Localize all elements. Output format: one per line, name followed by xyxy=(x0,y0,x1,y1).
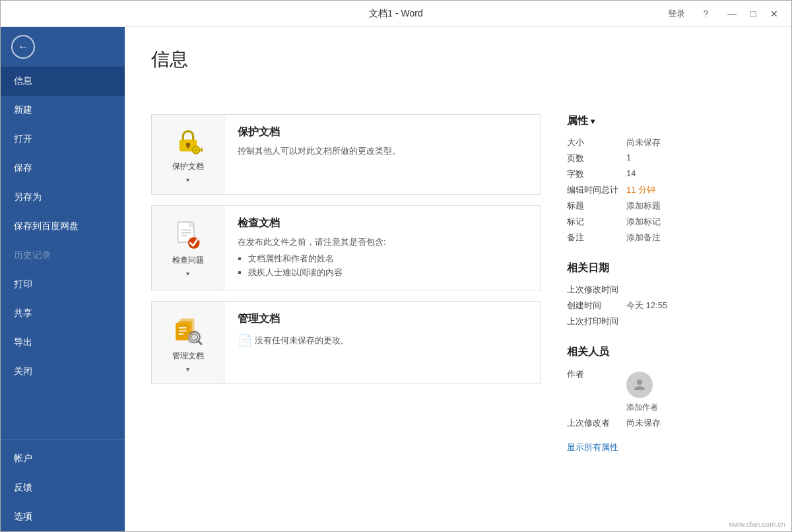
prop-label-pages: 页数 xyxy=(567,150,626,166)
sidebar-item-share[interactable]: 共享 xyxy=(1,299,125,328)
lock-icon xyxy=(172,125,204,157)
prop-label-notes: 备注 xyxy=(567,230,626,246)
sidebar-item-saveto[interactable]: 保存到百度网盘 xyxy=(1,212,125,241)
inspect-card-icon-area[interactable]: 检查问题 ▾ xyxy=(152,206,224,290)
inspect-card-title: 检查文档 xyxy=(238,216,527,230)
sidebar-item-options[interactable]: 选项 xyxy=(1,502,125,531)
properties-table: 大小 尚未保存 页数 1 字数 14 编辑时间总计 11 分钟 xyxy=(567,135,765,246)
sidebar-item-account[interactable]: 帐户 xyxy=(1,444,125,473)
svg-point-25 xyxy=(637,380,642,385)
sidebar-item-info[interactable]: 信息 xyxy=(1,67,125,96)
prop-value-notes[interactable]: 添加备注 xyxy=(626,230,765,246)
sidebar-item-feedback[interactable]: 反馈 xyxy=(1,473,125,502)
sidebar-item-open[interactable]: 打开 xyxy=(1,125,125,154)
protect-card-icon-area[interactable]: 保护文档 ▾ xyxy=(152,115,224,194)
manage-card-icon-area[interactable]: 管理文档 ▾ xyxy=(152,302,224,383)
people-row-lastmodifier: 上次修改者 尚未保存 xyxy=(567,415,765,431)
person-icon xyxy=(632,377,647,393)
protect-card: 保护文档 ▾ 保护文档 控制其他人可以对此文档所做的更改类型。 xyxy=(151,114,541,195)
author-label: 作者 xyxy=(567,366,626,415)
prop-value-words: 14 xyxy=(626,166,765,182)
titlebar: 文档1 - Word 登录 ? — □ ✕ xyxy=(1,1,791,27)
back-circle-icon: ← xyxy=(11,35,35,59)
inspect-item-1: 文档属性和作者的姓名 xyxy=(248,252,527,266)
close-button[interactable]: ✕ xyxy=(765,5,783,23)
sidebar-nav: 信息 新建 打开 保存 另存为 保存到百度网盘 历史记录 打印 共享 导出 关闭 xyxy=(1,67,125,436)
svg-rect-9 xyxy=(201,150,202,152)
people-section-title: 相关人员 xyxy=(567,345,765,359)
sidebar-item-new[interactable]: 新建 xyxy=(1,96,125,125)
protect-dropdown: ▾ xyxy=(186,176,189,183)
svg-point-6 xyxy=(194,149,197,151)
prop-value-tags[interactable]: 添加标记 xyxy=(626,214,765,230)
cards-column: 保护文档 ▾ 保护文档 控制其他人可以对此文档所做的更改类型。 xyxy=(151,114,541,453)
inspect-icon xyxy=(172,219,204,251)
minimize-button[interactable]: — xyxy=(723,5,741,23)
prop-label-words: 字数 xyxy=(567,166,626,182)
content-area: 信息 xyxy=(125,27,791,531)
show-all-properties-link[interactable]: 显示所有属性 xyxy=(567,442,618,452)
inspect-dropdown: ▾ xyxy=(186,270,189,277)
prop-label-title: 标题 xyxy=(567,198,626,214)
sidebar-item-export[interactable]: 导出 xyxy=(1,328,125,357)
prop-value-pages: 1 xyxy=(626,150,765,166)
sidebar-item-close[interactable]: 关闭 xyxy=(1,357,125,386)
prop-row-words: 字数 14 xyxy=(567,166,765,182)
back-button[interactable]: ← xyxy=(1,27,125,67)
help-button[interactable]: ? xyxy=(700,7,712,20)
watermark: www.cfan.com.cn xyxy=(729,520,785,528)
manage-card: 管理文档 ▾ 管理文档 📄 没有任何未保存的更改。 xyxy=(151,301,541,384)
author-avatar xyxy=(626,372,653,398)
main-layout: ← 信息 新建 打开 保存 另存为 保存到百度网盘 历史记录 打印 共享 导出 … xyxy=(1,27,791,531)
inspect-card-desc: 在发布此文件之前，请注意其是否包含: 文档属性和作者的姓名 残疾人士难以阅读的内… xyxy=(238,236,527,279)
date-row-printed: 上次打印时间 xyxy=(567,314,765,329)
page-title: 信息 xyxy=(151,47,765,72)
sidebar-item-history: 历史记录 xyxy=(1,241,125,270)
svg-rect-8 xyxy=(201,148,202,149)
prop-label-size: 大小 xyxy=(567,135,626,150)
manage-icon xyxy=(171,312,205,347)
date-label-printed: 上次打印时间 xyxy=(567,314,626,329)
sidebar-item-save[interactable]: 保存 xyxy=(1,154,125,183)
prop-label-tags: 标记 xyxy=(567,214,626,230)
prop-row-title: 标题 添加标题 xyxy=(567,198,765,214)
add-author-text[interactable]: 添加作者 xyxy=(626,402,765,413)
prop-label-edittime: 编辑时间总计 xyxy=(567,182,626,198)
date-label-created: 创建时间 xyxy=(567,298,626,314)
date-row-modified: 上次修改时间 xyxy=(567,282,765,298)
prop-value-size: 尚未保存 xyxy=(626,135,765,150)
inspect-card: 检查问题 ▾ 检查文档 在发布此文件之前，请注意其是否包含: 文档属性和作者的姓… xyxy=(151,205,541,290)
date-row-created: 创建时间 今天 12:55 xyxy=(567,298,765,314)
sidebar-divider xyxy=(1,440,125,440)
prop-row-size: 大小 尚未保存 xyxy=(567,135,765,150)
inspect-card-content: 检查文档 在发布此文件之前，请注意其是否包含: 文档属性和作者的姓名 残疾人士难… xyxy=(224,206,540,290)
svg-rect-3 xyxy=(187,146,188,149)
protect-card-title: 保护文档 xyxy=(238,125,527,139)
date-value-printed xyxy=(626,314,765,329)
lastmodifier-label: 上次修改者 xyxy=(567,415,626,431)
people-table: 作者 添加作者 上次修改者 xyxy=(567,366,765,431)
window-controls: — □ ✕ xyxy=(723,5,783,23)
login-button[interactable]: 登录 xyxy=(664,7,689,21)
sidebar: ← 信息 新建 打开 保存 另存为 保存到百度网盘 历史记录 打印 共享 导出 … xyxy=(1,27,125,531)
prop-row-pages: 页数 1 xyxy=(567,150,765,166)
dates-section-title: 相关日期 xyxy=(567,261,765,275)
sidebar-item-saveas[interactable]: 另存为 xyxy=(1,183,125,212)
protect-card-desc: 控制其他人可以对此文档所做的更改类型。 xyxy=(238,145,527,158)
manage-icon-label: 管理文档 xyxy=(172,350,204,362)
prop-value-title[interactable]: 添加标题 xyxy=(626,198,765,214)
date-value-created: 今天 12:55 xyxy=(626,298,765,314)
date-label-modified: 上次修改时间 xyxy=(567,282,626,298)
svg-line-23 xyxy=(198,341,201,345)
prop-row-tags: 标记 添加标记 xyxy=(567,214,765,230)
sidebar-item-print[interactable]: 打印 xyxy=(1,270,125,299)
manage-card-title: 管理文档 xyxy=(238,312,527,326)
date-value-modified xyxy=(626,282,765,298)
people-row-author: 作者 添加作者 xyxy=(567,366,765,415)
author-value: 添加作者 xyxy=(626,366,765,415)
manage-card-content: 管理文档 📄 没有任何未保存的更改。 xyxy=(224,302,540,383)
maximize-button[interactable]: □ xyxy=(744,5,762,23)
window-title: 文档1 - Word xyxy=(267,8,525,20)
protect-card-content: 保护文档 控制其他人可以对此文档所做的更改类型。 xyxy=(224,115,540,194)
lastmodifier-value: 尚未保存 xyxy=(626,415,765,431)
